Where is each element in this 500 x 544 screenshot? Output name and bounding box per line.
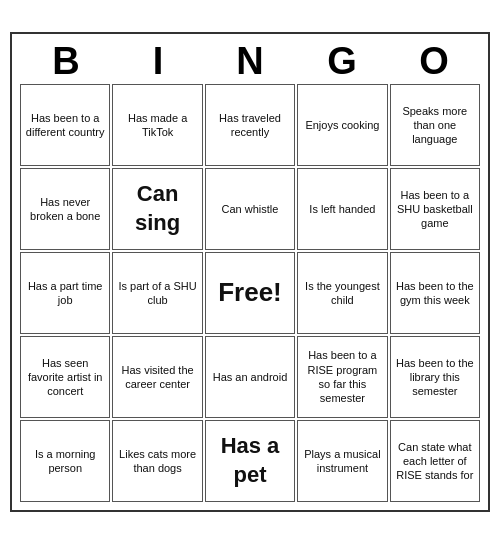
bingo-cell-24[interactable]: Can state what each letter of RISE stand… [390,420,480,502]
bingo-cell-6[interactable]: Can sing [112,168,202,250]
bingo-cell-14[interactable]: Has been to the gym this week [390,252,480,334]
bingo-cell-12[interactable]: Free! [205,252,295,334]
bingo-cell-5[interactable]: Has never broken a bone [20,168,110,250]
bingo-cell-9[interactable]: Has been to a SHU basketball game [390,168,480,250]
bingo-cell-18[interactable]: Has been to a RISE program so far this s… [297,336,387,418]
bingo-cell-19[interactable]: Has been to the library this semester [390,336,480,418]
bingo-cell-23[interactable]: Plays a musical instrument [297,420,387,502]
bingo-cell-15[interactable]: Has seen favorite artist in concert [20,336,110,418]
bingo-cell-8[interactable]: Is left handed [297,168,387,250]
bingo-letter-I: I [114,42,202,80]
bingo-cell-21[interactable]: Likes cats more than dogs [112,420,202,502]
bingo-cell-11[interactable]: Is part of a SHU club [112,252,202,334]
bingo-grid: Has been to a different countryHas made … [20,84,480,502]
bingo-cell-2[interactable]: Has traveled recently [205,84,295,166]
bingo-cell-7[interactable]: Can whistle [205,168,295,250]
bingo-cell-16[interactable]: Has visited the career center [112,336,202,418]
bingo-letter-G: G [298,42,386,80]
bingo-cell-1[interactable]: Has made a TikTok [112,84,202,166]
bingo-cell-13[interactable]: Is the youngest child [297,252,387,334]
bingo-header: BINGO [20,42,480,80]
bingo-cell-4[interactable]: Speaks more than one language [390,84,480,166]
bingo-cell-3[interactable]: Enjoys cooking [297,84,387,166]
bingo-cell-17[interactable]: Has an android [205,336,295,418]
bingo-cell-10[interactable]: Has a part time job [20,252,110,334]
bingo-cell-20[interactable]: Is a morning person [20,420,110,502]
bingo-cell-0[interactable]: Has been to a different country [20,84,110,166]
bingo-letter-B: B [22,42,110,80]
bingo-card: BINGO Has been to a different countryHas… [10,32,490,512]
bingo-letter-N: N [206,42,294,80]
bingo-letter-O: O [390,42,478,80]
bingo-cell-22[interactable]: Has a pet [205,420,295,502]
